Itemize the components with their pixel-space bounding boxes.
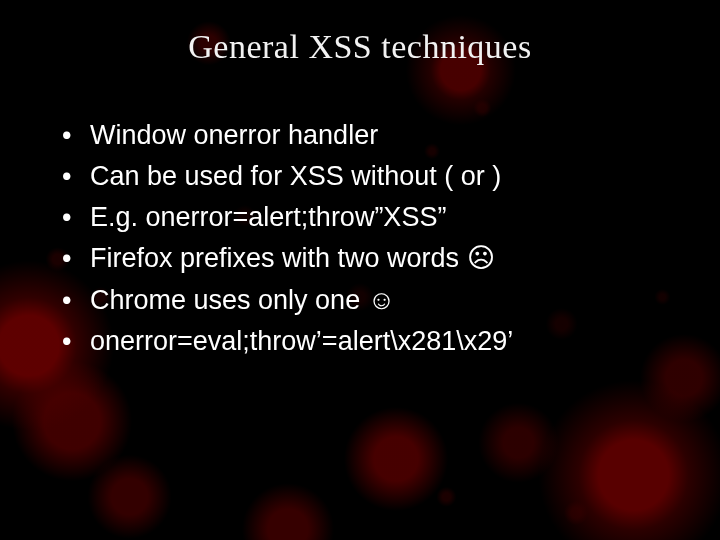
slide: General XSS techniques Window onerror ha…	[0, 0, 720, 540]
bullet-list: Window onerror handler Can be used for X…	[50, 116, 670, 361]
list-item: Window onerror handler	[56, 116, 670, 155]
list-item: Can be used for XSS without ( or )	[56, 157, 670, 196]
list-item: E.g. onerror=alert;throw”XSS”	[56, 198, 670, 237]
slide-content: General XSS techniques Window onerror ha…	[0, 0, 720, 361]
list-item: Firefox prefixes with two words ☹	[56, 239, 670, 278]
list-item: Chrome uses only one ☺	[56, 281, 670, 320]
list-item: onerror=eval;throw’=alert\x281\x29’	[56, 322, 670, 361]
slide-title: General XSS techniques	[50, 28, 670, 66]
